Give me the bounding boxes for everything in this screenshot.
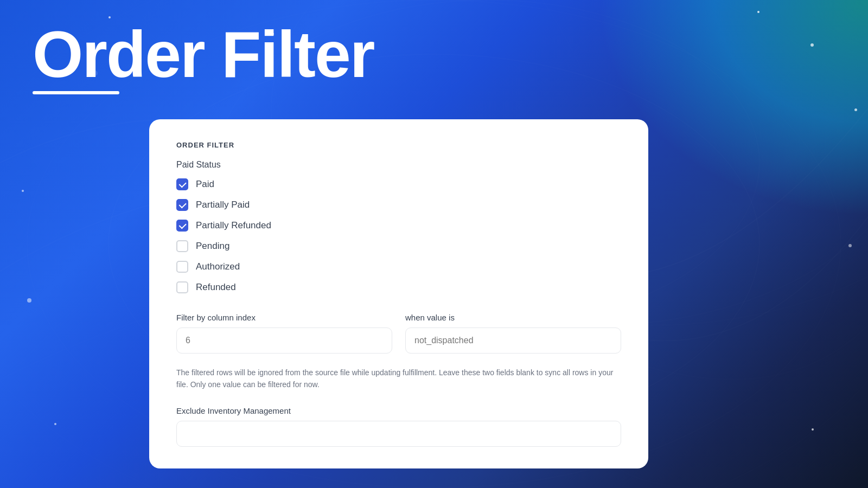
checkbox-label-authorized: Authorized	[196, 261, 240, 272]
checkbox-group: Paid Partially Paid Partially Refunded P…	[176, 178, 621, 293]
paid-status-label: Paid Status	[176, 160, 621, 170]
checkbox-partially-refunded[interactable]	[176, 220, 188, 232]
filter-fields-row: Filter by column index when value is	[176, 313, 621, 354]
checkbox-item-partially-refunded[interactable]: Partially Refunded	[176, 220, 621, 232]
checkbox-label-partially-paid: Partially Paid	[196, 200, 250, 210]
value-is-label: when value is	[405, 313, 621, 322]
checkbox-item-refunded[interactable]: Refunded	[176, 281, 621, 293]
card-container: ORDER FILTER Paid Status Paid Partially …	[149, 119, 814, 488]
checkbox-label-partially-refunded: Partially Refunded	[196, 220, 271, 231]
section-label: ORDER FILTER	[176, 141, 621, 149]
checkbox-authorized[interactable]	[176, 261, 188, 273]
exclude-label: Exclude Inventory Management	[176, 406, 621, 415]
page-title: Order Filter	[33, 22, 835, 87]
checkbox-partially-paid[interactable]	[176, 199, 188, 211]
column-index-label: Filter by column index	[176, 313, 392, 322]
header-section: Order Filter	[0, 0, 868, 111]
checkbox-label-pending: Pending	[196, 241, 229, 252]
title-underline	[33, 91, 119, 94]
value-is-input[interactable]	[405, 328, 621, 354]
checkbox-item-partially-paid[interactable]: Partially Paid	[176, 199, 621, 211]
column-index-field-group: Filter by column index	[176, 313, 392, 354]
checkbox-paid[interactable]	[176, 178, 188, 190]
checkbox-item-paid[interactable]: Paid	[176, 178, 621, 190]
checkbox-item-pending[interactable]: Pending	[176, 240, 621, 252]
filter-card: ORDER FILTER Paid Status Paid Partially …	[149, 119, 648, 468]
checkbox-item-authorized[interactable]: Authorized	[176, 261, 621, 273]
checkbox-label-paid: Paid	[196, 179, 214, 190]
checkbox-pending[interactable]	[176, 240, 188, 252]
helper-text: The filtered rows will be ignored from t…	[176, 367, 621, 391]
exclude-input[interactable]	[176, 421, 621, 447]
value-is-field-group: when value is	[405, 313, 621, 354]
checkbox-label-refunded: Refunded	[196, 282, 236, 293]
checkbox-refunded[interactable]	[176, 281, 188, 293]
column-index-input[interactable]	[176, 328, 392, 354]
